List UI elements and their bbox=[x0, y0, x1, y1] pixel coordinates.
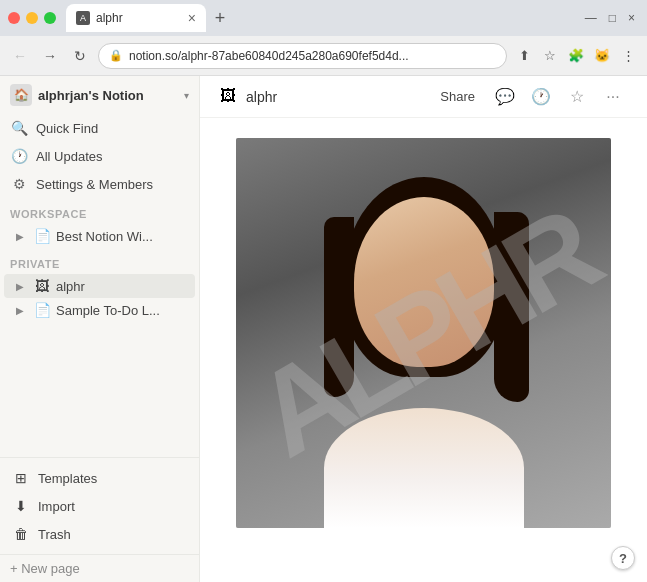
browser-frame: A alphr × + — □ × ← → ↻ 🔒 notion.so/alph… bbox=[0, 0, 647, 582]
app-content: 🏠 alphrjan's Notion ▾ 🔍 Quick Find 🕐 All… bbox=[0, 76, 647, 582]
sidebar-item-best-notion[interactable]: ▶ 📄 Best Notion Wi... bbox=[4, 224, 195, 248]
quick-find-item[interactable]: 🔍 Quick Find bbox=[0, 114, 199, 142]
featured-image: ALPHR bbox=[236, 138, 611, 528]
import-icon: ⬇ bbox=[12, 497, 30, 515]
extensions-icon[interactable]: 🧩 bbox=[565, 45, 587, 67]
window-restore-icon[interactable]: □ bbox=[609, 11, 616, 25]
tab-close-button[interactable]: × bbox=[188, 11, 196, 25]
sidebar: 🏠 alphrjan's Notion ▾ 🔍 Quick Find 🕐 All… bbox=[0, 76, 200, 582]
nav-bar: ← → ↻ 🔒 notion.so/alphr-87abe60840d245a2… bbox=[0, 36, 647, 76]
trash-icon: 🗑 bbox=[12, 525, 30, 543]
clock-icon: 🕐 bbox=[10, 147, 28, 165]
page-header: 🖼 alphr Share 💬 🕐 ☆ ··· bbox=[200, 76, 647, 118]
trash-label: Trash bbox=[38, 527, 71, 542]
search-icon: 🔍 bbox=[10, 119, 28, 137]
sidebar-item-sample-todo[interactable]: ▶ 📄 Sample To-Do L... bbox=[4, 298, 195, 322]
tab-bar: A alphr × + bbox=[66, 4, 581, 32]
sidebar-bottom: ⊞ Templates ⬇ Import 🗑 Trash bbox=[0, 457, 199, 554]
close-button[interactable] bbox=[8, 12, 20, 24]
window-controls-right: — □ × bbox=[585, 11, 639, 25]
comments-icon[interactable]: 💬 bbox=[491, 83, 519, 111]
hair-right bbox=[494, 212, 529, 402]
bookmark-icon[interactable]: ☆ bbox=[539, 45, 561, 67]
face bbox=[354, 197, 494, 367]
doc-icon: 📄 bbox=[34, 302, 50, 318]
more-icon[interactable]: ··· bbox=[599, 83, 627, 111]
header-actions: Share 💬 🕐 ☆ ··· bbox=[432, 83, 627, 111]
settings-item[interactable]: ⚙ Settings & Members bbox=[0, 170, 199, 198]
page-title-area: 🖼 alphr bbox=[220, 87, 424, 107]
help-button[interactable]: ? bbox=[611, 546, 635, 570]
import-item[interactable]: ⬇ Import bbox=[4, 492, 195, 520]
settings-label: Settings & Members bbox=[36, 177, 153, 192]
forward-button[interactable]: → bbox=[38, 44, 62, 68]
page-icon: 🖼 bbox=[34, 278, 50, 294]
page-body: ALPHR bbox=[200, 118, 647, 582]
toggle-icon: ▶ bbox=[12, 228, 28, 244]
nav-actions: ⬆ ☆ 🧩 🐱 ⋮ bbox=[513, 45, 639, 67]
minimize-button[interactable] bbox=[26, 12, 38, 24]
tab-title: alphr bbox=[96, 11, 182, 25]
toggle-icon: ▶ bbox=[12, 302, 28, 318]
new-page-label: + New page bbox=[10, 561, 80, 576]
sidebar-item-label: alphr bbox=[56, 279, 187, 294]
hair-left bbox=[324, 217, 354, 397]
address-bar[interactable]: 🔒 notion.so/alphr-87abe60840d245a280a690… bbox=[98, 43, 507, 69]
templates-item[interactable]: ⊞ Templates bbox=[4, 464, 195, 492]
templates-label: Templates bbox=[38, 471, 97, 486]
portrait-background bbox=[236, 138, 611, 528]
title-bar: A alphr × + — □ × bbox=[0, 0, 647, 36]
window-controls bbox=[8, 12, 56, 24]
page-title: alphr bbox=[246, 89, 277, 105]
all-updates-label: All Updates bbox=[36, 149, 102, 164]
doc-icon: 📄 bbox=[34, 228, 50, 244]
toggle-icon: ▶ bbox=[12, 278, 28, 294]
workspace-chevron-icon: ▾ bbox=[184, 90, 189, 101]
favorite-icon[interactable]: ☆ bbox=[563, 83, 591, 111]
quick-find-label: Quick Find bbox=[36, 121, 98, 136]
workspace-name: alphrjan's Notion bbox=[38, 88, 178, 103]
sidebar-item-label: Best Notion Wi... bbox=[56, 229, 187, 244]
history-icon[interactable]: 🕐 bbox=[527, 83, 555, 111]
body bbox=[324, 408, 524, 528]
lock-icon: 🔒 bbox=[109, 49, 123, 62]
workspace-header[interactable]: 🏠 alphrjan's Notion ▾ bbox=[0, 76, 199, 114]
profile-icon[interactable]: 🐱 bbox=[591, 45, 613, 67]
tab-favicon: A bbox=[76, 11, 90, 25]
window-minimize-icon[interactable]: — bbox=[585, 11, 597, 25]
sidebar-item-label: Sample To-Do L... bbox=[56, 303, 187, 318]
portrait-face bbox=[344, 197, 504, 392]
templates-icon: ⊞ bbox=[12, 469, 30, 487]
sidebar-item-alphr[interactable]: ▶ 🖼 alphr bbox=[4, 274, 195, 298]
share-label: Share bbox=[440, 89, 475, 104]
settings-icon: ⚙ bbox=[10, 175, 28, 193]
new-tab-button[interactable]: + bbox=[206, 4, 234, 32]
all-updates-item[interactable]: 🕐 All Updates bbox=[0, 142, 199, 170]
workspace-section-label: WORKSPACE bbox=[0, 198, 199, 224]
trash-item[interactable]: 🗑 Trash bbox=[4, 520, 195, 548]
window-close-icon[interactable]: × bbox=[628, 11, 635, 25]
page-icon: 🖼 bbox=[220, 87, 240, 107]
import-label: Import bbox=[38, 499, 75, 514]
share-nav-icon[interactable]: ⬆ bbox=[513, 45, 535, 67]
new-page-button[interactable]: + New page bbox=[0, 554, 199, 582]
maximize-button[interactable] bbox=[44, 12, 56, 24]
back-button[interactable]: ← bbox=[8, 44, 32, 68]
active-tab[interactable]: A alphr × bbox=[66, 4, 206, 32]
main-content: 🖼 alphr Share 💬 🕐 ☆ ··· bbox=[200, 76, 647, 582]
share-button[interactable]: Share bbox=[432, 85, 483, 108]
reload-button[interactable]: ↻ bbox=[68, 44, 92, 68]
workspace-icon: 🏠 bbox=[10, 84, 32, 106]
address-text: notion.so/alphr-87abe60840d245a280a690fe… bbox=[129, 49, 496, 63]
menu-icon[interactable]: ⋮ bbox=[617, 45, 639, 67]
private-section-label: PRIVATE bbox=[0, 248, 199, 274]
